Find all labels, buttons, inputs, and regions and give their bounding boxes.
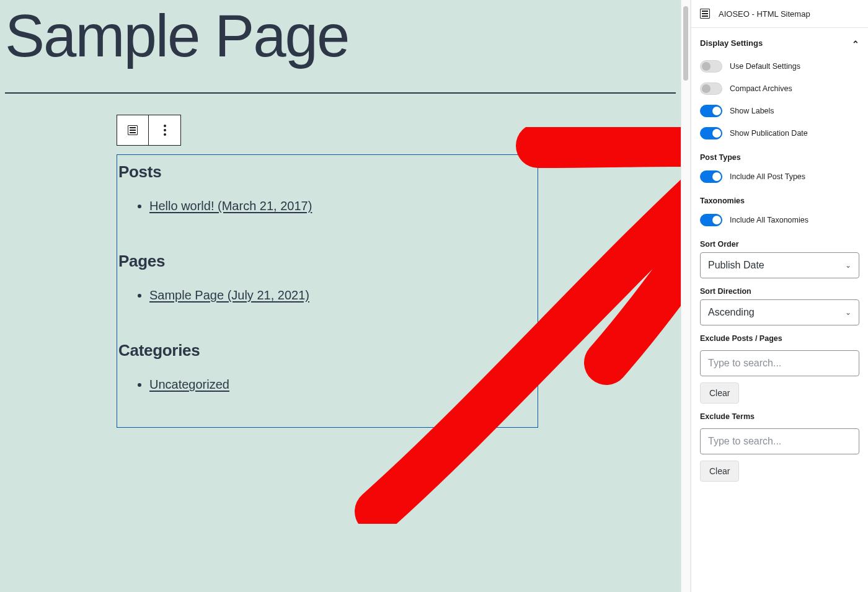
toggle-label: Use Default Settings xyxy=(730,62,800,71)
toggle-include-taxonomies-switch[interactable] xyxy=(700,214,722,226)
posts-list: Hello world! (March 21, 2017) xyxy=(118,194,528,218)
panel-display-settings[interactable]: Display Settings xyxy=(691,28,868,55)
toggle-label: Show Labels xyxy=(730,107,774,115)
heading-exclude-posts: Exclude Posts / Pages xyxy=(700,334,859,343)
chevron-down-icon: ⌄ xyxy=(845,308,851,317)
block-more-button[interactable] xyxy=(149,115,180,145)
panel-body: Use Default Settings Compact Archives Sh… xyxy=(691,55,868,494)
list-item: Hello world! (March 21, 2017) xyxy=(149,194,528,218)
toggle-use-default: Use Default Settings xyxy=(700,55,859,77)
categories-list: Uncategorized xyxy=(118,373,528,396)
list-item: Sample Page (July 21, 2021) xyxy=(149,283,528,307)
toggle-show-labels: Show Labels xyxy=(700,100,859,122)
list-icon xyxy=(128,125,138,135)
toggle-label: Include All Post Types xyxy=(730,172,805,181)
exclude-terms-input[interactable] xyxy=(700,428,859,454)
post-link[interactable]: Hello world! (March 21, 2017) xyxy=(149,199,312,213)
widget-name: AIOSEO - HTML Sitemap xyxy=(719,9,810,19)
scroll-thumb[interactable] xyxy=(683,6,688,81)
toggle-label: Include All Taxonomies xyxy=(730,216,808,224)
html-sitemap-block[interactable]: Posts Hello world! (March 21, 2017) Page… xyxy=(117,154,538,428)
select-value: Publish Date xyxy=(708,260,764,271)
exclude-posts-input[interactable] xyxy=(700,350,859,376)
block-icon-button[interactable] xyxy=(117,115,149,145)
category-link[interactable]: Uncategorized xyxy=(149,378,229,391)
editor-body: Posts Hello world! (March 21, 2017) Page… xyxy=(117,115,538,428)
section-heading-pages: Pages xyxy=(118,252,528,271)
block-toolbar xyxy=(117,115,181,146)
heading-exclude-terms: Exclude Terms xyxy=(700,412,859,421)
toggle-show-labels-switch[interactable] xyxy=(700,105,722,117)
select-value: Ascending xyxy=(708,307,755,318)
clear-exclude-terms-button[interactable]: Clear xyxy=(700,461,739,482)
widget-header: AIOSEO - HTML Sitemap xyxy=(691,0,868,28)
chevron-up-icon xyxy=(852,38,859,48)
toggle-include-post-types-switch[interactable] xyxy=(700,170,722,183)
separator xyxy=(5,92,676,94)
pages-list: Sample Page (July 21, 2021) xyxy=(118,283,528,307)
section-heading-categories: Categories xyxy=(118,341,528,360)
select-sort-direction[interactable]: Ascending ⌄ xyxy=(700,299,859,325)
page-link[interactable]: Sample Page (July 21, 2021) xyxy=(149,288,309,302)
editor-canvas: Sample Page Posts Hello world! (March 21… xyxy=(0,0,681,592)
heading-sort-order: Sort Order xyxy=(700,240,859,249)
clear-exclude-posts-button[interactable]: Clear xyxy=(700,382,739,404)
toggle-show-pubdate-switch[interactable] xyxy=(700,127,722,139)
heading-sort-direction: Sort Direction xyxy=(700,287,859,296)
toggle-include-post-types: Include All Post Types xyxy=(700,166,859,188)
toggle-label: Compact Archives xyxy=(730,84,792,93)
page-title[interactable]: Sample Page xyxy=(5,5,676,68)
heading-taxonomies: Taxonomies xyxy=(700,197,859,205)
toggle-show-pubdate: Show Publication Date xyxy=(700,122,859,144)
chevron-down-icon: ⌄ xyxy=(845,261,851,270)
more-vertical-icon xyxy=(164,129,166,131)
toggle-label: Show Publication Date xyxy=(730,129,808,138)
editor-scrollbar[interactable] xyxy=(681,0,691,592)
section-heading-posts: Posts xyxy=(118,162,528,182)
list-icon xyxy=(700,9,710,19)
toggle-use-default-switch[interactable] xyxy=(700,60,722,73)
select-sort-order[interactable]: Publish Date ⌄ xyxy=(700,252,859,278)
block-settings-sidebar: AIOSEO - HTML Sitemap Display Settings U… xyxy=(691,0,868,592)
panel-title-label: Display Settings xyxy=(700,38,763,48)
list-item: Uncategorized xyxy=(149,373,528,396)
toggle-compact-switch[interactable] xyxy=(700,82,722,95)
toggle-include-taxonomies: Include All Taxonomies xyxy=(700,209,859,231)
toggle-compact-archives: Compact Archives xyxy=(700,77,859,100)
heading-post-types: Post Types xyxy=(700,153,859,162)
